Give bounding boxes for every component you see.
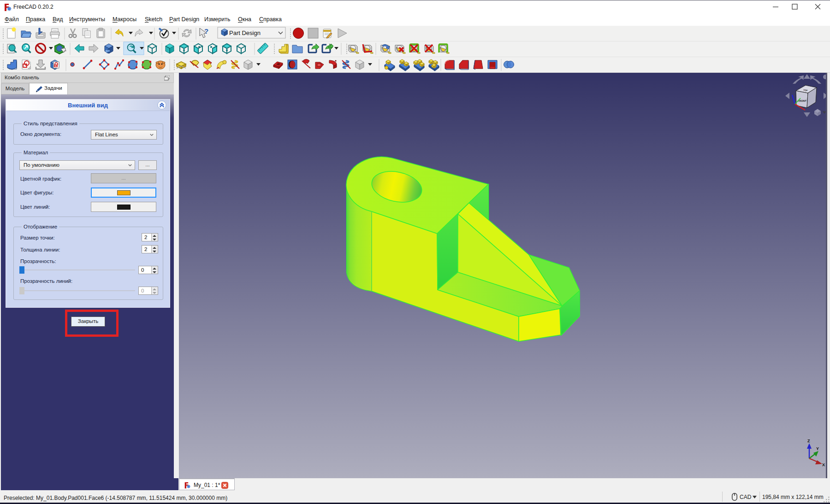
svg-text:Part Design: Part Design: [229, 29, 261, 36]
svg-text:Z: Z: [807, 439, 810, 443]
svg-text:TOP: TOP: [803, 89, 808, 92]
svg-text:?: ?: [204, 27, 208, 35]
svg-text:Y: Y: [816, 446, 819, 451]
svg-text:X: X: [822, 463, 825, 467]
